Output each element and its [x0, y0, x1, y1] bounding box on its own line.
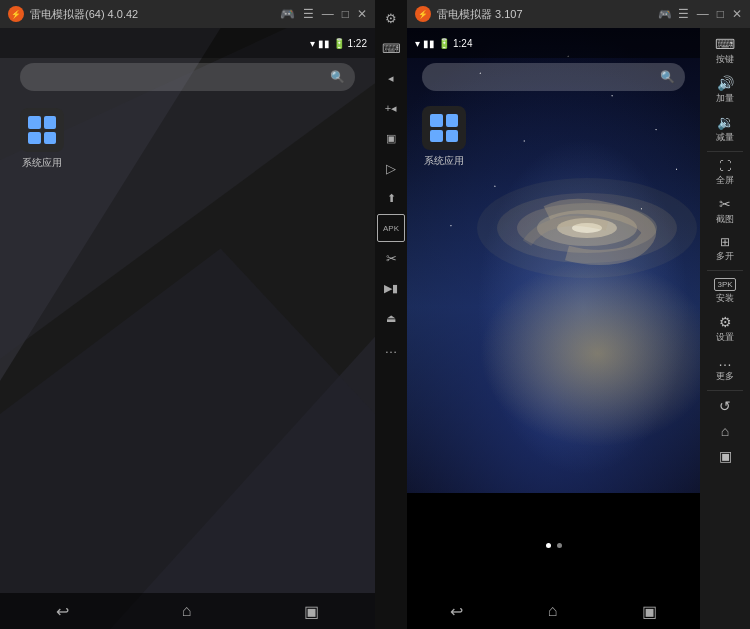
- multiopen-icon: ⊞: [720, 235, 730, 249]
- page-dots: [546, 543, 562, 548]
- toolbar-keyboard[interactable]: ⌨: [377, 34, 405, 62]
- maximize-button[interactable]: □: [342, 7, 349, 21]
- right-screen: ▾ ▮▮ 🔋 1:24 🔍 系统应: [407, 28, 700, 593]
- fullscreen-label: 全屏: [716, 174, 734, 187]
- page-dot-1: [546, 543, 551, 548]
- right-battery-icon: 🔋: [438, 38, 450, 49]
- toolbar-eject[interactable]: ⏏: [377, 304, 405, 332]
- right-signal-icon: ▮▮: [423, 38, 435, 49]
- menu-icon[interactable]: ☰: [303, 7, 314, 21]
- right-app-dot-3: [430, 130, 443, 143]
- right-sidebar-toolbar: ⌨ 按键 🔊 加量 🔉 减量 ⛶ 全屏 ✂ 截图 ⊞ 多开: [700, 28, 750, 629]
- right-status-icons: ▾ ▮▮ 🔋 1:24: [415, 38, 472, 49]
- sidebar-fullscreen-btn[interactable]: ⛶ 全屏: [702, 155, 748, 191]
- right-recents-button[interactable]: ▣: [642, 602, 657, 621]
- toolbar-settings[interactable]: ⚙: [377, 4, 405, 32]
- sidebar-multiopen-btn[interactable]: ⊞ 多开: [702, 231, 748, 267]
- more-label: 更多: [716, 370, 734, 383]
- right-search-icon: 🔍: [660, 70, 675, 84]
- right-app-dot-4: [446, 130, 459, 143]
- right-window-controls: ☰ — □ ✕: [678, 7, 742, 21]
- search-icon: 🔍: [330, 70, 345, 84]
- sidebar-screenshot-btn[interactable]: ✂ 截图: [702, 192, 748, 230]
- back-nav-icon: ↺: [719, 398, 731, 414]
- right-maximize-button[interactable]: □: [717, 7, 724, 21]
- right-bottom-nav: ↩ ⌂ ▣: [407, 593, 700, 629]
- sidebar-more-btn[interactable]: … 更多: [702, 349, 748, 387]
- app-dot-2: [44, 116, 57, 129]
- right-title: 雷电模拟器 3.107: [437, 7, 652, 22]
- minimize-button[interactable]: —: [322, 7, 334, 21]
- toolbar-more[interactable]: …: [377, 334, 405, 362]
- sidebar-vol-down-btn[interactable]: 🔉 减量: [702, 110, 748, 148]
- sidebar-settings-btn[interactable]: ⚙ 设置: [702, 310, 748, 348]
- middle-toolbar: ⚙ ⌨ ◂ +◂ ▣ ▷ ⬆ APK ✂ ▶▮ ⏏ …: [375, 0, 407, 629]
- multiopen-label: 多开: [716, 250, 734, 263]
- sidebar-keyboard-btn[interactable]: ⌨ 按键: [702, 32, 748, 70]
- right-gamepad-icon[interactable]: 🎮: [658, 8, 672, 21]
- left-emulator-body: ▾ ▮▮ 🔋 1:22 🔍 系统应: [0, 28, 375, 629]
- toolbar-upload[interactable]: ⬆: [377, 184, 405, 212]
- signal-icon: ▮▮: [318, 38, 330, 49]
- left-status-bar: ▾ ▮▮ 🔋 1:22: [0, 28, 375, 58]
- app-dot-3: [28, 132, 41, 145]
- vol-up-label: 加量: [716, 92, 734, 105]
- recents-nav-icon: ▣: [719, 448, 732, 464]
- back-button[interactable]: ↩: [56, 602, 69, 621]
- left-title: 雷电模拟器(64) 4.0.42: [30, 7, 274, 22]
- sidebar-vol-up-btn[interactable]: 🔊 加量: [702, 71, 748, 109]
- app-dot-4: [44, 132, 57, 145]
- toolbar-scissors[interactable]: ✂: [377, 244, 405, 272]
- toolbar-play[interactable]: ▷: [377, 154, 405, 182]
- vol-up-icon: 🔊: [717, 75, 734, 91]
- right-minimize-button[interactable]: —: [697, 7, 709, 21]
- right-home-button[interactable]: ⌂: [548, 602, 558, 620]
- right-menu-icon[interactable]: ☰: [678, 7, 689, 21]
- recents-button[interactable]: ▣: [304, 602, 319, 621]
- right-app-area: 系统应用: [422, 106, 466, 168]
- right-system-app-icon[interactable]: [422, 106, 466, 150]
- right-app-icon: ⚡: [415, 6, 431, 22]
- home-button[interactable]: ⌂: [182, 602, 192, 620]
- right-time: 1:24: [453, 38, 472, 49]
- toolbar-volume-up[interactable]: +◂: [377, 94, 405, 122]
- gamepad-icon[interactable]: 🎮: [280, 7, 295, 21]
- right-app-dot-1: [430, 114, 443, 127]
- sidebar-recents-btn[interactable]: ▣: [702, 444, 748, 468]
- right-close-button[interactable]: ✕: [732, 7, 742, 21]
- vol-down-icon: 🔉: [717, 114, 734, 130]
- home-nav-icon: ⌂: [721, 423, 729, 439]
- app-dot-1: [28, 116, 41, 129]
- left-search-container: 🔍: [20, 63, 355, 91]
- sidebar-home-btn[interactable]: ⌂: [702, 419, 748, 443]
- close-button[interactable]: ✕: [357, 7, 367, 21]
- toolbar-volume-down[interactable]: ◂: [377, 64, 405, 92]
- left-emulator: ⚡ 雷电模拟器(64) 4.0.42 🎮 ☰ — □ ✕ ▾: [0, 0, 375, 629]
- left-search-bar[interactable]: 🔍: [20, 63, 355, 91]
- system-app-icon[interactable]: [20, 108, 64, 152]
- right-back-button[interactable]: ↩: [450, 602, 463, 621]
- settings-icon: ⚙: [719, 314, 732, 330]
- sidebar-install-btn[interactable]: 3PK 安装: [702, 274, 748, 309]
- toolbar-record[interactable]: ▶▮: [377, 274, 405, 302]
- sidebar-divider-3: [707, 390, 743, 391]
- sidebar-back-btn[interactable]: ↺: [702, 394, 748, 418]
- right-app-label: 系统应用: [424, 154, 464, 168]
- left-app-label: 系统应用: [22, 156, 62, 170]
- right-search-container: 🔍: [422, 63, 685, 91]
- install-label: 安装: [716, 292, 734, 305]
- install-icon: 3PK: [714, 278, 735, 291]
- right-status-bar: ▾ ▮▮ 🔋 1:24: [407, 28, 700, 58]
- toolbar-screen[interactable]: ▣: [377, 124, 405, 152]
- left-titlebar: ⚡ 雷电模拟器(64) 4.0.42 🎮 ☰ — □ ✕: [0, 0, 375, 28]
- right-titlebar: ⚡ 雷电模拟器 3.107 🎮 ☰ — □ ✕: [407, 0, 750, 28]
- right-app-dot-2: [446, 114, 459, 127]
- fullscreen-icon: ⛶: [719, 159, 731, 173]
- right-emulator-body: ▾ ▮▮ 🔋 1:24 🔍 系统应: [407, 28, 750, 629]
- keyboard-icon: ⌨: [715, 36, 735, 52]
- left-app-icon: ⚡: [8, 6, 24, 22]
- toolbar-apk[interactable]: APK: [377, 214, 405, 242]
- right-search-bar[interactable]: 🔍: [422, 63, 685, 91]
- battery-icon: 🔋: [333, 38, 345, 49]
- left-window-controls: 🎮 ☰ — □ ✕: [280, 7, 367, 21]
